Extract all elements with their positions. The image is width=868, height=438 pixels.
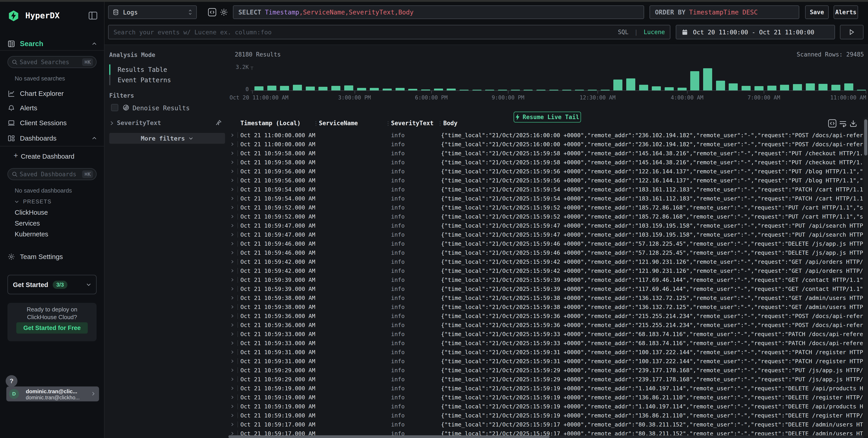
histogram-bar[interactable] [767,86,776,91]
row-expand-chevron-icon[interactable] [230,205,234,210]
histogram-bar[interactable] [396,88,405,91]
row-expand-chevron-icon[interactable] [230,304,234,309]
sql-toggle[interactable]: SQL [618,29,628,35]
download-icon[interactable] [849,119,858,128]
row-expand-chevron-icon[interactable] [230,133,234,138]
table-row[interactable]: Oct 21 10:59:33.000 AMinfo{"time_local":… [228,339,863,347]
order-by-input[interactable]: ORDER BY TimestampTime DESC [650,5,799,19]
table-row[interactable]: Oct 21 10:59:19.000 AMinfo{"time_local":… [228,411,863,420]
table-row[interactable]: Oct 21 10:59:58.000 AMinfo{"time_local":… [228,158,863,167]
histogram-bar[interactable] [806,83,815,91]
date-range-picker[interactable]: Oct 20 11:00:00 - Oct 21 11:00:00 [676,25,835,39]
row-expand-chevron-icon[interactable] [230,214,234,219]
row-expand-chevron-icon[interactable] [230,332,234,337]
more-filters-button[interactable]: More filters [109,133,225,144]
histogram-bar[interactable] [318,87,328,91]
row-expand-chevron-icon[interactable] [230,404,234,409]
table-row[interactable]: Oct 21 10:59:54.000 AMinfo{"time_local":… [228,194,863,203]
row-expand-chevron-icon[interactable] [230,169,234,174]
table-row[interactable]: Oct 21 10:59:29.000 AMinfo{"time_local":… [228,366,863,375]
histogram-bar[interactable] [357,88,366,91]
sidebar-item-chart-explorer[interactable]: Chart Explorer [0,87,104,100]
row-expand-chevron-icon[interactable] [230,241,234,246]
histogram-bar[interactable] [729,83,738,91]
col-header-timestamp[interactable]: Timestamp (Local) [240,120,301,127]
histogram-bar[interactable] [690,71,699,91]
row-expand-chevron-icon[interactable] [230,223,234,228]
table-row[interactable]: Oct 21 10:59:47.000 AMinfo{"time_local":… [228,221,863,230]
histogram-bar[interactable] [447,89,456,91]
vertical-scrollbar-thumb[interactable] [864,119,867,156]
row-expand-chevron-icon[interactable] [230,232,234,237]
mode-event-patterns[interactable]: Event Patterns [109,75,227,85]
user-menu[interactable]: D dominic.tran@clic... dominic.tran@clic… [6,386,99,401]
table-row[interactable]: Oct 21 10:59:47.000 AMinfo{"time_local":… [228,230,863,239]
get-started-free-button[interactable]: Get Started for Free [16,322,88,334]
row-expand-chevron-icon[interactable] [230,142,234,147]
histogram-bar[interactable] [844,83,853,91]
table-row[interactable]: Oct 21 10:59:46.000 AMinfo{"time_local":… [228,239,863,248]
row-expand-chevron-icon[interactable] [230,250,234,255]
col-header-servicename[interactable]: ServiceName [319,120,358,127]
row-expand-chevron-icon[interactable] [230,287,234,291]
histogram-bar[interactable] [793,84,802,91]
row-expand-chevron-icon[interactable] [230,422,234,427]
row-expand-chevron-icon[interactable] [230,395,234,400]
histogram-bar[interactable] [626,78,635,91]
alerts-button[interactable]: Alerts [834,5,858,19]
row-expand-chevron-icon[interactable] [230,295,234,300]
table-row[interactable]: Oct 21 10:59:33.000 AMinfo{"time_local":… [228,330,863,339]
row-expand-chevron-icon[interactable] [230,368,234,373]
table-row[interactable]: Oct 21 10:59:19.000 AMinfo{"time_local":… [228,402,863,411]
table-row[interactable]: Oct 21 10:59:38.000 AMinfo{"time_local":… [228,302,863,311]
chevron-up-icon[interactable] [91,41,97,47]
row-expand-chevron-icon[interactable] [230,178,234,183]
mode-results-table[interactable]: Results Table [109,64,227,75]
sidebar-item-team-settings[interactable]: Team Settings [0,250,104,263]
wrap-text-icon[interactable] [839,120,847,128]
histogram-bar[interactable] [665,87,674,91]
table-row[interactable]: Oct 21 10:59:39.000 AMinfo{"time_local":… [228,284,863,293]
row-expand-chevron-icon[interactable] [230,413,234,418]
histogram-bar[interactable] [408,89,417,91]
table-row[interactable]: Oct 21 10:59:46.000 AMinfo{"time_local":… [228,248,863,257]
row-expand-chevron-icon[interactable] [230,268,234,273]
row-expand-chevron-icon[interactable] [230,386,234,391]
save-button[interactable]: Save [805,5,829,19]
lucene-search-input[interactable]: Search your events w/ Lucene ex. column:… [108,25,670,39]
row-expand-chevron-icon[interactable] [230,431,234,435]
table-row[interactable]: Oct 21 11:00:00.000 AMinfo{"time_local":… [228,140,863,149]
col-header-severitytext[interactable]: SeverityText [391,120,434,127]
col-header-body[interactable]: Body [443,120,458,127]
histogram-bar[interactable] [831,85,840,91]
table-row[interactable]: Oct 21 10:59:39.000 AMinfo{"time_local":… [228,275,863,284]
table-row[interactable]: Oct 21 10:59:42.000 AMinfo{"time_local":… [228,266,863,275]
table-row[interactable]: Oct 21 11:00:00.000 AMinfo{"time_local":… [228,131,863,140]
table-row[interactable]: Oct 21 10:59:52.000 AMinfo{"time_local":… [228,212,863,221]
source-select[interactable]: Logs [108,5,197,19]
preset-services[interactable]: Services [15,220,40,227]
chevron-up-icon[interactable] [91,135,97,141]
histogram-bar[interactable] [639,85,648,91]
query-language-toggle[interactable]: SQL | Lucene [618,29,665,35]
help-button[interactable]: ? [6,375,18,387]
get-started-panel[interactable]: Get Started 3/3 [7,275,97,294]
row-expand-chevron-icon[interactable] [230,323,234,328]
histogram-bar[interactable] [703,68,712,91]
table-row[interactable]: Oct 21 10:59:56.000 AMinfo{"time_local":… [228,176,863,185]
histogram-bar[interactable] [383,89,392,91]
saved-dashboards-input[interactable]: Saved Dashboards ⌘K [7,168,97,180]
row-expand-chevron-icon[interactable] [230,341,234,345]
sidebar-item-dashboards[interactable]: Dashboards [0,132,104,145]
row-expand-chevron-icon[interactable] [230,350,234,355]
denoise-checkbox[interactable] [111,104,118,111]
create-dashboard-button[interactable]: + Create Dashboard [0,150,104,163]
table-row[interactable]: Oct 21 10:59:31.000 AMinfo{"time_local":… [228,347,863,357]
histogram-bar[interactable] [280,86,289,91]
table-code-view-icon[interactable] [828,119,837,128]
presets-toggle[interactable]: PRESETS [14,198,52,205]
histogram-bar[interactable] [613,79,622,91]
table-row[interactable]: Oct 21 10:59:29.000 AMinfo{"time_local":… [228,375,863,384]
gear-icon[interactable] [219,8,228,17]
table-row[interactable]: Oct 21 10:59:58.000 AMinfo{"time_local":… [228,149,863,158]
